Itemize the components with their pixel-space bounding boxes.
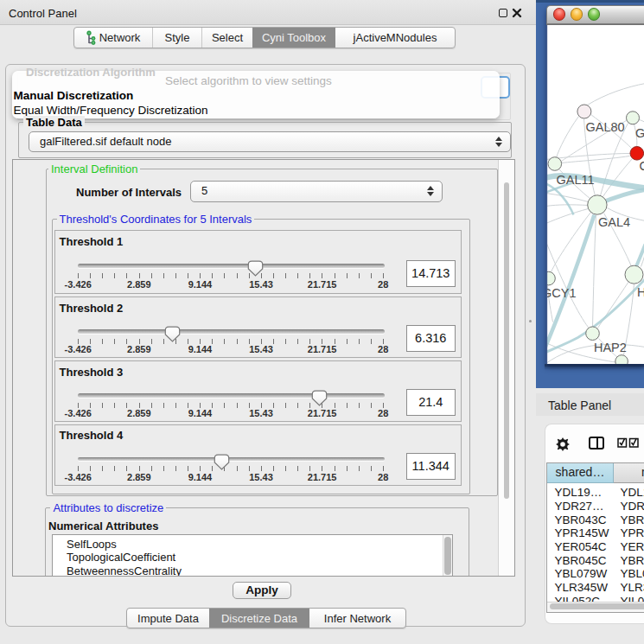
svg-text:GAL1: GAL1: [634, 125, 644, 139]
svg-text:HAP2: HAP2: [594, 340, 627, 354]
svg-text:GAL11: GAL11: [556, 172, 594, 186]
svg-text:GAL4: GAL4: [598, 215, 630, 229]
svg-text:CYC: CYC: [639, 158, 644, 172]
svg-text:GAL80: GAL80: [585, 119, 624, 133]
svg-text:GCY1: GCY1: [546, 286, 576, 300]
svg-text:HA: HA: [636, 284, 644, 298]
